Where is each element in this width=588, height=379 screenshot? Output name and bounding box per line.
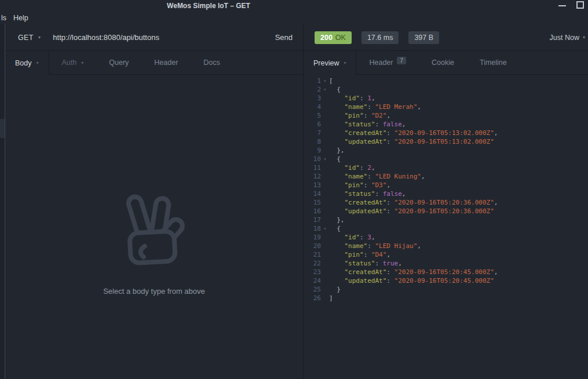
tab-docs[interactable]: Docs — [191, 51, 232, 74]
code-text: }, — [329, 146, 345, 155]
main-area: GET ▾ http://localhost:8080/api/buttons … — [0, 24, 588, 379]
peace-hand-icon — [115, 191, 193, 279]
code-line: 9 }, — [304, 146, 588, 155]
code-line: 16 "updatedAt": "2020-09-16T05:20:36.000… — [304, 207, 588, 216]
line-number: 22 — [304, 259, 321, 268]
duration-badge: 17.6 ms — [361, 31, 399, 44]
empty-body-message: Select a body type from above — [103, 287, 205, 296]
menu-item-tools[interactable]: ls — [0, 14, 10, 22]
response-pane: 200 OK 17.6 ms 397 B Just Now ▾ Preview … — [303, 24, 588, 379]
tab-auth[interactable]: Auth ▾ — [49, 51, 97, 74]
fold-spacer — [321, 146, 329, 155]
history-dropdown[interactable]: Just Now ▾ — [550, 34, 585, 42]
fold-toggle-icon[interactable]: ▾ — [321, 224, 329, 233]
line-number: 11 — [304, 163, 321, 172]
chevron-down-icon: ▾ — [81, 60, 83, 65]
code-line: 2▾ { — [304, 85, 588, 94]
tab-preview-label: Preview — [313, 59, 339, 67]
tab-response-header[interactable]: Header 7 — [356, 51, 419, 74]
code-text: { — [329, 155, 341, 163]
tab-query[interactable]: Query — [96, 51, 141, 74]
chevron-down-icon: ▾ — [344, 60, 346, 65]
line-number: 10 — [304, 155, 321, 163]
fold-spacer — [321, 94, 329, 103]
url-input[interactable]: http://localhost:8080/api/buttons — [53, 33, 275, 42]
code-line: 3 "id": 1, — [304, 94, 588, 103]
code-line: 23 "createdAt": "2020-09-16T05:20:45.000… — [304, 268, 588, 276]
code-text: "updatedAt": "2020-09-16T05:20:45.000Z" — [329, 276, 494, 285]
fold-spacer — [321, 268, 329, 276]
tab-response-header-label: Header — [369, 59, 393, 67]
code-text: "createdAt": "2020-09-16T05:20:36.000Z", — [329, 198, 498, 207]
code-line: 22 "status": true, — [304, 259, 588, 268]
response-code[interactable]: 1▾[2▾ {3 "id": 1,4 "name": "LED Merah",5… — [304, 75, 588, 379]
tab-auth-label: Auth — [62, 59, 77, 67]
code-text: ] — [329, 294, 333, 303]
method-dropdown[interactable]: GET ▾ — [18, 34, 41, 42]
fold-toggle-icon[interactable]: ▾ — [321, 76, 329, 85]
send-button[interactable]: Send — [275, 33, 293, 42]
fold-spacer — [321, 216, 329, 224]
fold-spacer — [321, 172, 329, 181]
line-number: 2 — [304, 85, 321, 94]
line-number: 1 — [304, 76, 321, 85]
tab-body[interactable]: Body ▾ — [5, 51, 49, 75]
tab-body-label: Body — [15, 59, 32, 67]
code-text: { — [329, 85, 341, 94]
minimize-icon[interactable] — [558, 5, 566, 6]
tab-preview[interactable]: Preview ▾ — [304, 51, 356, 75]
code-text: "name": "LED Kuning", — [329, 172, 425, 181]
fold-spacer — [321, 285, 329, 294]
code-text: "status": false, — [329, 190, 406, 198]
request-pane: GET ▾ http://localhost:8080/api/buttons … — [5, 24, 303, 379]
sidebar-collapsed-strip — [0, 24, 5, 379]
chevron-down-icon: ▾ — [36, 60, 39, 65]
code-text: "updatedAt": "2020-09-16T05:20:36.000Z" — [329, 207, 494, 216]
tab-cookie[interactable]: Cookie — [419, 51, 467, 74]
code-line: 12 "name": "LED Kuning", — [304, 172, 588, 181]
tab-docs-label: Docs — [203, 59, 220, 67]
code-text: } — [329, 285, 341, 294]
line-number: 19 — [304, 233, 321, 242]
line-number: 26 — [304, 294, 321, 303]
app-window: WeMos Simple IoT – GET ls Help GET ▾ htt… — [0, 0, 588, 379]
code-line: 15 "createdAt": "2020-09-16T05:20:36.000… — [304, 198, 588, 207]
fold-spacer — [321, 294, 329, 303]
code-lines: 1▾[2▾ {3 "id": 1,4 "name": "LED Merah",5… — [304, 76, 588, 303]
code-text: "createdAt": "2020-09-16T05:13:02.000Z", — [329, 129, 498, 137]
code-text: [ — [329, 76, 333, 85]
fold-toggle-icon[interactable]: ▾ — [321, 155, 329, 163]
fold-spacer — [321, 233, 329, 242]
code-line: 14 "status": false, — [304, 190, 588, 198]
tab-header[interactable]: Header — [141, 51, 191, 74]
menu-item-help[interactable]: Help — [10, 14, 32, 22]
line-number: 14 — [304, 190, 321, 198]
line-number: 6 — [304, 120, 321, 129]
fold-spacer — [321, 103, 329, 111]
code-text: "updatedAt": "2020-09-16T05:13:02.000Z" — [329, 137, 494, 146]
code-text: { — [329, 224, 341, 233]
status-reason: OK — [335, 34, 346, 42]
code-line: 21 "pin": "D4", — [304, 250, 588, 259]
tab-timeline[interactable]: Timeline — [467, 51, 520, 74]
line-number: 3 — [304, 94, 321, 103]
code-text: "pin": "D2", — [329, 111, 390, 120]
code-text: "id": 2, — [329, 163, 375, 172]
empty-body-panel: Select a body type from above — [5, 75, 303, 379]
fold-spacer — [321, 111, 329, 120]
fold-spacer — [321, 276, 329, 285]
code-text: "pin": "D4", — [329, 250, 390, 259]
line-number: 23 — [304, 268, 321, 276]
sidebar-drag-handle[interactable] — [0, 119, 5, 138]
line-number: 20 — [304, 242, 321, 250]
line-number: 9 — [304, 146, 321, 155]
fold-toggle-icon[interactable]: ▾ — [321, 85, 329, 94]
code-text: }, — [329, 216, 345, 224]
line-number: 15 — [304, 198, 321, 207]
line-number: 8 — [304, 137, 321, 146]
fold-spacer — [321, 242, 329, 250]
code-line: 8 "updatedAt": "2020-09-16T05:13:02.000Z… — [304, 137, 588, 146]
fold-spacer — [321, 137, 329, 146]
maximize-icon[interactable] — [576, 1, 584, 9]
chevron-down-icon: ▾ — [583, 35, 585, 40]
